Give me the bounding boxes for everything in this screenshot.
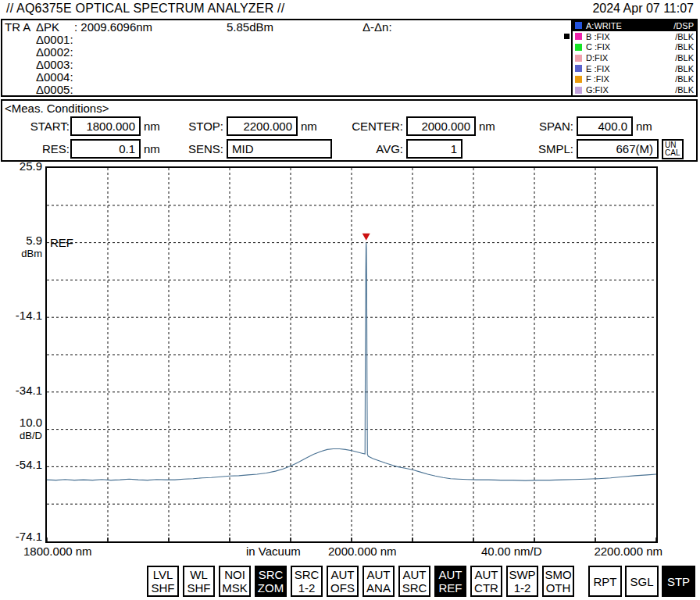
trace-a-color-icon [575, 22, 582, 29]
trace-f-color-icon [575, 76, 582, 83]
softkey-swp-1-2[interactable]: SWP1-2 [506, 566, 538, 597]
softkey-menu: LVLSHF WLSHF NOIMSK SRCZOM SRC1-2 AUTOFS… [147, 566, 574, 597]
y-tick-ref: 5.9 [0, 234, 42, 247]
sens-label: SENS: [156, 139, 223, 159]
res-label: RES: [2, 139, 70, 159]
softkey-label: AUT [367, 568, 391, 581]
softkey-aut-ref[interactable]: AUTREF [434, 566, 466, 597]
trace-g-color-icon [575, 87, 582, 94]
y-scale-value: 10.0 [0, 416, 42, 429]
softkey-aut-ofs[interactable]: AUTOFS [327, 566, 359, 597]
trace-d-color-icon [575, 55, 582, 62]
softkey-label: SWP [509, 568, 535, 581]
trace-b-color-icon [575, 33, 582, 40]
trace-row-label: C :FIX [586, 42, 610, 52]
softkey-smo-oth[interactable]: SMOOTH [542, 566, 574, 597]
x-tick-center: 2000.000 nm [328, 545, 397, 559]
y-scale-unit: dB/D [0, 430, 42, 442]
trace-row-label: G:FIX [586, 85, 609, 95]
trace-row-status: /BLK [675, 53, 694, 62]
trace-row-label: A:WRITE [586, 21, 622, 30]
trace-row-status: /BLK [675, 85, 694, 95]
y-unit-label: dBm [0, 248, 42, 260]
softkey-noi-msk[interactable]: NOIMSK [219, 566, 251, 597]
spectrum-svg: REF [47, 168, 656, 541]
uncal-line2: CAL [665, 148, 680, 157]
peak-level: 5.85dBm [227, 21, 273, 34]
x-tick-right: 2200.000 nm [578, 545, 662, 559]
softkey-label: SMO [545, 568, 571, 581]
stop-label: STOP: [156, 116, 223, 136]
marker-info-box: TR A ΔPK : 2009.6096nm 5.85dBm Δ-Δn: Δ00… [1, 19, 698, 97]
softkey-sgl[interactable]: SGL [625, 566, 659, 597]
softkey-label: SRC [259, 568, 284, 581]
trace-row-label: F :FIX [586, 74, 609, 84]
trace-e-color-icon [575, 65, 582, 72]
trace-row-d[interactable]: D:FIX /BLK [573, 52, 696, 63]
spectrum-plot[interactable]: REF [45, 166, 658, 543]
softkey-label: STP [667, 575, 690, 588]
center-label: CENTER: [336, 116, 403, 136]
softkey-label: CTR [474, 581, 498, 595]
delta-row: Δ0004: [36, 71, 73, 84]
softkey-label: REF [439, 581, 462, 595]
start-field[interactable]: 1800.000 [70, 116, 141, 136]
trace-row-status: /BLK [675, 32, 694, 41]
stop-field[interactable]: 2200.000 [227, 116, 298, 136]
meas-conditions-box: <Meas. Conditions> START: 1800.000 nm ST… [1, 99, 698, 162]
softkey-label: NOI [224, 568, 245, 581]
x-medium-label: in Vacuum [246, 545, 301, 559]
softkey-label: MSK [222, 581, 248, 595]
softkey-rpt[interactable]: RPT [588, 566, 622, 597]
softkey-label: 1-2 [514, 581, 531, 595]
softkey-label: RPT [594, 575, 617, 588]
trace-row-f[interactable]: F :FIX /BLK [573, 74, 696, 85]
trace-row-label: D:FIX [586, 53, 608, 62]
trace-row-g[interactable]: G:FIX /BLK [573, 84, 696, 95]
trace-row-a[interactable]: A:WRITE /DSP [573, 20, 696, 31]
ref-label: REF [50, 236, 73, 249]
softkey-src-zom[interactable]: SRCZOM [255, 566, 287, 597]
active-trace-indicator-icon [564, 34, 570, 39]
peak-wavelength: : 2009.6096nm [74, 21, 152, 34]
peak-marker-icon [362, 234, 370, 241]
sweep-key-group: RPT SGL STP [588, 566, 695, 597]
x-scale-label: 40.00 nm/D [481, 545, 542, 559]
softkey-label: AUT [403, 568, 427, 581]
x-tick-left: 1800.000 nm [23, 545, 92, 559]
softkey-label: 1-2 [298, 581, 316, 595]
smpl-label: SMPL: [508, 139, 573, 159]
softkey-stp[interactable]: STP [662, 566, 695, 597]
meas-conditions-title: <Meas. Conditions> [5, 102, 109, 115]
sens-field[interactable]: MID [227, 139, 332, 159]
peak-param-label: ΔPK [36, 21, 59, 34]
trace-row-status: /BLK [675, 74, 694, 84]
trace-row-status: /BLK [675, 42, 694, 52]
delta-n-label: Δ-Δn: [362, 21, 392, 34]
softkey-label: WL [190, 568, 208, 581]
trace-c-color-icon [575, 44, 582, 51]
softkey-aut-ctr[interactable]: AUTCTR [470, 566, 502, 597]
softkey-wl-shf[interactable]: WLSHF [183, 566, 215, 597]
softkey-label: OFS [330, 581, 355, 595]
center-field[interactable]: 2000.000 [406, 116, 476, 136]
delta-row: Δ0002: [36, 46, 73, 59]
y-tick-top: 25.9 [0, 160, 42, 173]
softkey-src-1-2[interactable]: SRC1-2 [291, 566, 323, 597]
softkey-aut-ana[interactable]: AUTANA [362, 566, 395, 597]
trace-row-e[interactable]: E :FIX /BLK [573, 63, 696, 74]
trace-label: TR A [5, 21, 30, 34]
span-field[interactable]: 400.0 [577, 116, 633, 136]
softkey-label: SHF [152, 581, 175, 595]
avg-label: AVG: [336, 139, 403, 159]
softkey-lvl-shf[interactable]: LVLSHF [147, 566, 179, 597]
avg-field[interactable]: 1 [406, 139, 462, 159]
res-field[interactable]: 0.1 [70, 139, 141, 159]
y-tick-bottom: -74.1 [0, 530, 42, 543]
y-tick: -54.1 [0, 459, 42, 471]
trace-row-b[interactable]: B :FIX /BLK [573, 31, 696, 42]
smpl-field[interactable]: 667(M) [577, 139, 659, 159]
softkey-label: ANA [366, 581, 391, 595]
trace-row-c[interactable]: C :FIX /BLK [573, 41, 696, 52]
softkey-aut-src[interactable]: AUTSRC [398, 566, 430, 597]
